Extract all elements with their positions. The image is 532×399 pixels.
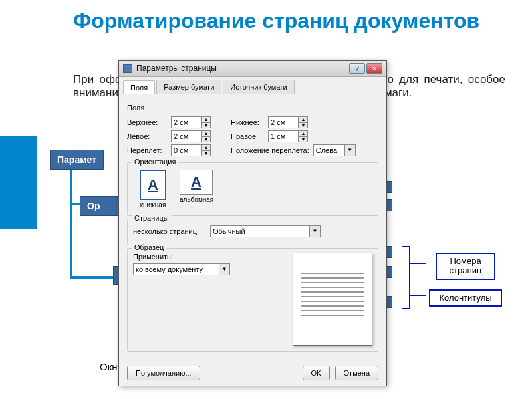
top-margin-spinner[interactable]: ▲▼ [171, 116, 211, 128]
apply-to-input[interactable] [133, 263, 219, 275]
chevron-down-icon[interactable]: ▼ [219, 263, 230, 275]
group-label-orientation: Ориентация [132, 158, 178, 166]
diagram-box-parameters: Парамет [50, 150, 104, 170]
gutter-input[interactable] [171, 144, 201, 156]
dialog-titlebar[interactable]: Параметры страницы ? ✕ [119, 61, 386, 77]
dialog-tabs: Поля Размер бумаги Источник бумаги [119, 77, 386, 94]
spin-down-icon[interactable]: ▼ [201, 122, 211, 128]
slide-title: Форматирование страниц документов [73, 10, 479, 33]
bottom-margin-spinner[interactable]: ▲▼ [268, 116, 308, 128]
label-gutter-position: Положение переплета: [231, 146, 309, 154]
orientation-portrait-label: книжная [140, 201, 166, 209]
tab-paper-source[interactable]: Источник бумаги [223, 80, 294, 94]
default-button[interactable]: По умолчанию... [127, 366, 200, 380]
dialog-title: Параметры страницы [136, 64, 349, 73]
spin-up-icon[interactable]: ▲ [201, 116, 211, 122]
tab-margins[interactable]: Поля [123, 80, 155, 94]
spin-up-icon[interactable]: ▲ [299, 130, 308, 136]
connector [70, 166, 72, 279]
spin-up-icon[interactable]: ▲ [299, 116, 308, 122]
orientation-landscape[interactable]: A [180, 170, 213, 195]
orientation-portrait[interactable]: A [140, 170, 166, 200]
app-icon [123, 64, 132, 73]
left-margin-input[interactable] [171, 130, 201, 142]
portrait-a-icon: A [148, 176, 158, 194]
gutter-position-input[interactable] [313, 144, 345, 156]
group-label-sample: Образец [132, 243, 166, 251]
bracket [409, 246, 410, 309]
spin-down-icon[interactable]: ▼ [299, 122, 308, 128]
multiple-pages-combo[interactable]: ▼ [210, 225, 321, 237]
group-label-pages: Страницы [132, 214, 172, 222]
gutter-spinner[interactable]: ▲▼ [171, 144, 211, 156]
multiple-pages-input[interactable] [210, 225, 310, 237]
group-label-margins: Поля [127, 104, 378, 112]
landscape-a-icon: A [191, 174, 201, 191]
chevron-down-icon[interactable]: ▼ [310, 225, 321, 237]
gutter-position-combo[interactable]: ▼ [313, 144, 356, 156]
label-bottom-margin: Нижнее: [231, 118, 264, 126]
spin-up-icon[interactable]: ▲ [201, 144, 211, 150]
tab-paper-size[interactable]: Размер бумаги [156, 80, 221, 94]
close-button[interactable]: ✕ [366, 63, 382, 74]
spin-up-icon[interactable]: ▲ [201, 130, 211, 136]
annotation-page-numbers: Номера страниц [436, 253, 495, 280]
label-top-margin: Верхнее: [127, 118, 167, 126]
connector [70, 276, 113, 279]
spin-down-icon[interactable]: ▼ [299, 136, 308, 142]
label-apply-to: Применить: [133, 253, 285, 261]
page-preview [293, 253, 372, 346]
bracket [409, 263, 426, 264]
annotation-headers-footers: Колонтитулы [429, 289, 502, 307]
label-left-margin: Левое: [127, 132, 167, 140]
spin-down-icon[interactable]: ▼ [201, 136, 211, 142]
label-right-margin: Правое: [231, 132, 264, 140]
spin-down-icon[interactable]: ▼ [201, 150, 211, 156]
bracket [402, 308, 410, 309]
label-gutter: Переплет: [127, 146, 167, 154]
bracket [402, 246, 410, 247]
chevron-down-icon[interactable]: ▼ [345, 144, 356, 156]
apply-to-combo[interactable]: ▼ [133, 263, 285, 275]
right-margin-spinner[interactable]: ▲▼ [268, 130, 308, 142]
slide-accent-bar [0, 136, 37, 229]
diagram-box-orientation: Ор [80, 196, 120, 216]
orientation-landscape-label: альбомная [180, 196, 213, 203]
ok-button[interactable]: ОК [303, 366, 330, 380]
label-multiple-pages: несколько страниц: [133, 227, 206, 235]
bottom-margin-input[interactable] [268, 116, 299, 128]
right-margin-input[interactable] [268, 130, 299, 142]
bracket [409, 295, 426, 296]
help-button[interactable]: ? [349, 63, 365, 74]
cancel-button[interactable]: Отмена [335, 366, 378, 380]
page-setup-dialog: Параметры страницы ? ✕ Поля Размер бумаг… [118, 60, 387, 386]
left-margin-spinner[interactable]: ▲▼ [171, 130, 211, 142]
top-margin-input[interactable] [171, 116, 201, 128]
